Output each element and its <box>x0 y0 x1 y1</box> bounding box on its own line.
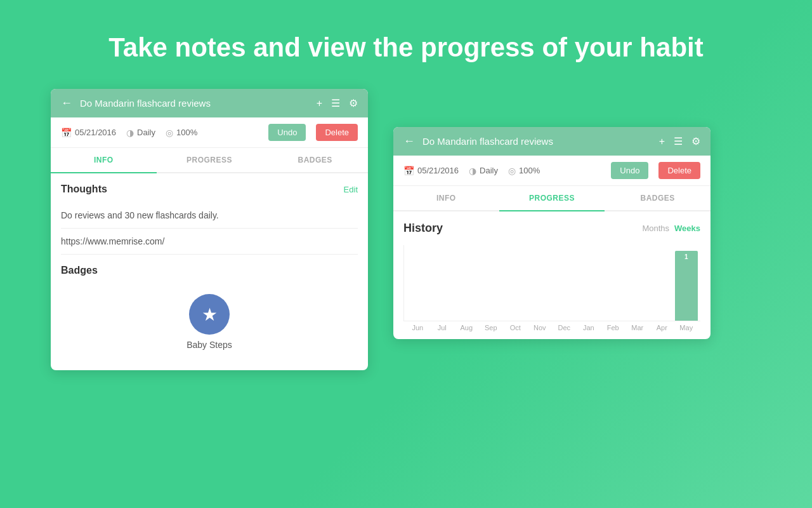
badge-icon: ★ <box>189 294 230 335</box>
left-settings-icon[interactable]: ⚙ <box>349 97 358 109</box>
left-tab-badges[interactable]: BADGES <box>262 148 368 172</box>
chart-bars: 1 <box>403 245 700 321</box>
left-percent-item: ◎ 100% <box>166 128 197 138</box>
month-label: Feb <box>601 324 625 331</box>
bar: 1 <box>675 251 698 321</box>
left-add-icon[interactable]: + <box>317 98 322 109</box>
left-card-title: Do Mandarin flashcard reviews <box>80 97 309 110</box>
toggle-months[interactable]: Months <box>642 224 669 233</box>
right-frequency: Daily <box>480 166 498 175</box>
right-percent-item: ◎ 100% <box>508 166 540 176</box>
right-header-icons: + ☰ ⚙ <box>659 135 700 147</box>
left-date-item: 📅 05/21/2016 <box>61 128 116 138</box>
month-label: Jul <box>431 324 454 331</box>
month-label: Jun <box>406 324 429 331</box>
left-percent-icon: ◎ <box>166 128 173 138</box>
left-back-button[interactable]: ← <box>61 97 72 110</box>
page-headline: Take notes and view the progress of your… <box>0 0 812 89</box>
month-label: Sep <box>480 324 503 331</box>
right-tab-progress[interactable]: PROGRESS <box>499 186 605 211</box>
right-date: 05/21/2016 <box>417 166 459 175</box>
thought-link[interactable]: https://www.memrise.com/ <box>61 229 358 255</box>
bar-col: 1 <box>675 251 698 321</box>
badges-section-header: Badges <box>61 265 358 276</box>
right-percent-icon: ◎ <box>508 166 516 176</box>
month-label: Aug <box>455 324 478 331</box>
left-header-icons: + ☰ ⚙ <box>317 97 358 109</box>
badge-container: ★ Baby Steps <box>61 284 358 360</box>
right-calendar-icon: 📅 <box>403 166 414 176</box>
month-label: Oct <box>504 324 527 331</box>
right-date-item: 📅 05/21/2016 <box>403 166 459 176</box>
right-frequency-icon: ◑ <box>469 166 476 176</box>
right-percent: 100% <box>519 166 540 175</box>
badges-section: Badges ★ Baby Steps <box>61 265 358 360</box>
cards-container: ← Do Mandarin flashcard reviews + ☰ ⚙ 📅 … <box>0 89 812 370</box>
right-card-subheader: 📅 05/21/2016 ◑ Daily ◎ 100% Undo Delete <box>393 156 710 186</box>
left-card-subheader: 📅 05/21/2016 ◑ Daily ◎ 100% Undo Delete <box>51 117 368 148</box>
toggle-weeks[interactable]: Weeks <box>674 224 700 233</box>
thoughts-section-header: Thoughts Edit <box>61 184 358 195</box>
month-label: Mar <box>626 324 650 331</box>
right-card-header: ← Do Mandarin flashcard reviews + ☰ ⚙ <box>393 127 710 156</box>
left-tab-progress[interactable]: PROGRESS <box>157 148 263 172</box>
month-label: May <box>675 324 698 331</box>
right-undo-button[interactable]: Undo <box>611 162 648 179</box>
month-label: Jan <box>577 324 601 331</box>
left-card-header: ← Do Mandarin flashcard reviews + ☰ ⚙ <box>51 89 368 117</box>
chart-months: JunJulAugSepOctNovDecJanFebMarAprMay <box>403 321 700 339</box>
right-tab-badges[interactable]: BADGES <box>605 186 710 210</box>
right-tab-info[interactable]: INFO <box>393 186 499 210</box>
left-calendar-icon: 📅 <box>61 128 72 138</box>
right-add-icon[interactable]: + <box>659 136 665 147</box>
left-percent: 100% <box>176 128 197 137</box>
left-card-body: Thoughts Edit Do reviews and 30 new flas… <box>51 173 368 370</box>
right-back-button[interactable]: ← <box>403 135 415 148</box>
right-list-icon[interactable]: ☰ <box>674 135 683 147</box>
right-card-title: Do Mandarin flashcard reviews <box>422 135 652 148</box>
left-frequency: Daily <box>137 128 155 137</box>
bar-value-label: 1 <box>684 253 688 260</box>
right-settings-icon[interactable]: ⚙ <box>691 135 700 147</box>
month-label: Nov <box>528 324 552 331</box>
right-tabs: INFO PROGRESS BADGES <box>393 186 710 211</box>
left-frequency-icon: ◑ <box>126 128 134 138</box>
badge-label: Baby Steps <box>187 340 232 350</box>
edit-link[interactable]: Edit <box>344 185 358 194</box>
right-frequency-item: ◑ Daily <box>469 166 498 176</box>
left-list-icon[interactable]: ☰ <box>331 97 340 109</box>
thought-text: Do reviews and 30 new flashcards daily. <box>61 203 358 229</box>
month-label: Apr <box>650 324 674 331</box>
left-frequency-item: ◑ Daily <box>126 128 155 138</box>
history-header: History Months Weeks <box>393 211 710 240</box>
star-icon: ★ <box>202 304 218 325</box>
right-card: ← Do Mandarin flashcard reviews + ☰ ⚙ 📅 … <box>393 127 710 339</box>
history-title: History <box>403 222 443 235</box>
thoughts-title: Thoughts <box>61 184 107 195</box>
month-label: Dec <box>553 324 576 331</box>
left-delete-button[interactable]: Delete <box>316 124 358 141</box>
left-undo-button[interactable]: Undo <box>268 124 306 141</box>
left-tab-info[interactable]: INFO <box>51 148 157 173</box>
left-tabs: INFO PROGRESS BADGES <box>51 148 368 173</box>
left-card: ← Do Mandarin flashcard reviews + ☰ ⚙ 📅 … <box>51 89 368 370</box>
history-toggle: Months Weeks <box>642 224 700 233</box>
badges-title: Badges <box>61 265 98 276</box>
right-delete-button[interactable]: Delete <box>658 162 700 179</box>
chart-area: 1 JunJulAugSepOctNovDecJanFebMarAprMay <box>393 240 710 339</box>
left-date: 05/21/2016 <box>75 128 116 137</box>
